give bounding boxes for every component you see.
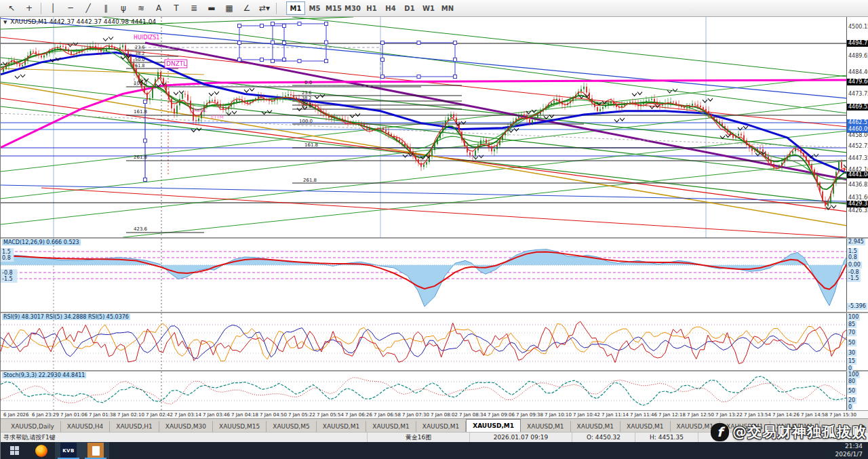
axis-value: 4429.31 <box>847 201 868 207</box>
axis-value: 4447.35 <box>848 155 868 162</box>
axis-value: 50 <box>847 340 856 346</box>
time-label: 7 Jan 05:22 <box>288 412 315 418</box>
document-app-taskbar-button[interactable] <box>82 442 109 459</box>
macd-scale[interactable]: 2.9451.50.80.00-0.8-1.5-5.396 <box>846 239 868 312</box>
cycle-lines-icon[interactable]: ≋ <box>132 1 150 16</box>
pattern-icon[interactable]: ▦ <box>220 1 238 16</box>
timeframe-button-m1[interactable]: M1 <box>286 1 305 15</box>
chart-tab-3[interactable]: XAUUSD,M30 <box>159 421 213 432</box>
svg-text:-0.8: -0.8 <box>2 270 13 276</box>
fibonacci-icon[interactable]: ≣ <box>185 1 203 16</box>
time-label: 7 Jan 14:58 <box>801 412 828 418</box>
timeframe-button-m5[interactable]: M5 <box>305 1 324 15</box>
equidistant-channel-icon[interactable]: ∥ <box>97 1 115 16</box>
chart-tab-12[interactable]: XAUUSD,M1 <box>620 421 671 432</box>
chart-tab-15[interactable]: XAUUSD,M1 <box>770 421 821 432</box>
macd-canvas[interactable]: 1.50.8-0.8-1.5 <box>1 239 846 312</box>
rsi-indicator-label: RSI(9) 48.3017 RSI(5) 34.2888 RSI(5) 45.… <box>2 314 130 320</box>
time-label: 7 Jan 01:38 <box>89 412 116 418</box>
chevron-down-icon[interactable]: ▼ <box>3 20 7 25</box>
document-icon <box>87 443 104 459</box>
axis-value: 80 <box>847 378 856 385</box>
chart-tab-8[interactable]: XAUUSD,M1 <box>416 421 467 432</box>
svg-text:MZDL: MZDL <box>193 108 207 113</box>
axis-value: 4489.65 <box>848 53 868 60</box>
rsi-canvas[interactable] <box>1 313 846 370</box>
svg-text:1.5: 1.5 <box>2 249 11 255</box>
taskbar-clock[interactable]: 21:34 2026/1/7 <box>835 443 868 458</box>
main-chart-canvas[interactable]: HUIDIZS1DNZTLMZDLETTM100.0161.8261.8423.… <box>1 17 846 237</box>
axis-value: -5.396 <box>847 303 867 310</box>
svg-text:261.8: 261.8 <box>134 155 147 160</box>
price-scale[interactable]: 4500.154494.774489.654484.404479.664473.… <box>846 17 868 237</box>
start-button[interactable] <box>1 442 28 459</box>
axis-value: 4458.00 <box>848 132 868 139</box>
timeframe-button-h4[interactable]: H4 <box>381 1 400 15</box>
text-label-icon[interactable]: T <box>167 1 185 16</box>
shapes-dropdown-icon[interactable]: ⇄▾ <box>256 1 273 16</box>
text-icon[interactable]: A <box>150 1 167 16</box>
svg-text:423.6: 423.6 <box>134 226 148 232</box>
time-label: 7 Jan 02:42 <box>146 412 173 418</box>
chart-tab-13[interactable]: XAUUSD,M1 <box>671 421 721 432</box>
chart-tab-7[interactable]: XAUUSD,M1 <box>366 421 416 432</box>
cursor-icon[interactable]: ↖ <box>3 1 20 16</box>
axis-value: 4473.75 <box>848 91 868 98</box>
chart-tab-14[interactable]: XAUUSD,M1 <box>720 421 770 432</box>
horizontal-line-icon[interactable]: ─ <box>62 1 79 16</box>
chart-tab-6[interactable]: XAUUSD,M1 <box>317 421 367 432</box>
chart-tab-9[interactable]: XAUUSD,M1 <box>466 419 521 432</box>
chart-tab-10[interactable]: XAUUSD,M1 <box>521 421 571 432</box>
toolbar: ↖+│─╱∥ψ≋AT≣▬▦∠⇄▾ M1M5M15M30H1H4D1W1MN <box>0 0 868 17</box>
svg-text:100.0: 100.0 <box>134 81 147 86</box>
stoch-canvas[interactable] <box>1 372 846 410</box>
svg-text:50.0: 50.0 <box>135 57 144 62</box>
clock-time: 21:34 <box>835 443 863 450</box>
chart-tab-2[interactable]: XAUUSD,H1 <box>110 421 159 432</box>
time-scale[interactable]: 6 Jan 20266 Jan 23:297 Jan 01:067 Jan 01… <box>1 410 868 418</box>
chart-tab-1[interactable]: XAUUSD,H4 <box>61 421 111 432</box>
andrews-pitchfork-icon[interactable]: ψ <box>115 1 132 16</box>
timeframe-button-mn[interactable]: MN <box>438 1 457 15</box>
vertical-line-icon[interactable]: │ <box>44 1 62 16</box>
axis-value: 100 <box>847 372 860 378</box>
axis-value: 4484.40 <box>848 69 868 76</box>
tabs-scroll-arrow[interactable]: ▸ <box>862 420 865 432</box>
axis-value: 4479.66 <box>847 79 868 85</box>
chart-tab-5[interactable]: XAUUSD,M5 <box>267 421 317 432</box>
status-chart-group: 黄金16图 <box>367 433 469 442</box>
browser-taskbar-button[interactable] <box>28 442 55 459</box>
stoch-scale[interactable]: 1008050200 <box>846 372 868 410</box>
timeframe-button-m15[interactable]: M15 <box>324 1 343 15</box>
kvb-app-taskbar-button[interactable]: KVB <box>55 442 82 459</box>
timeframe-button-w1[interactable]: W1 <box>419 1 438 15</box>
rectangle-icon[interactable]: ▬ <box>203 1 220 16</box>
toolbar-separator <box>276 3 277 14</box>
axis-value: -1.5 <box>847 275 861 282</box>
chart-tab-4[interactable]: XAUUSD,M15 <box>213 421 267 432</box>
open-value: 4442.37 <box>50 18 75 25</box>
high-value: 4442.37 <box>77 18 102 25</box>
close-value: 4441.04 <box>131 18 156 25</box>
axis-value: 0.8 <box>847 254 859 261</box>
status-open: O: 4450.32 <box>572 433 635 442</box>
chart-tab-0[interactable]: XAUUSD,Daily <box>5 421 61 432</box>
svg-text:100.0: 100.0 <box>299 119 313 124</box>
svg-text:HUIDIZS1: HUIDIZS1 <box>134 35 159 41</box>
timeframe-button-d1[interactable]: D1 <box>400 1 419 15</box>
time-label: 7 Jan 09:38 <box>516 412 543 418</box>
crosshair-icon[interactable]: + <box>20 1 38 16</box>
timeframe-button-h1[interactable]: H1 <box>362 1 381 15</box>
time-label: 7 Jan 02:10 <box>117 412 144 418</box>
trendline-icon[interactable]: ╱ <box>79 1 97 16</box>
macd-indicator-label: MACD(12,26,9) 0.666 0.523 <box>2 239 81 245</box>
timeframe-button-m30[interactable]: M30 <box>343 1 362 15</box>
windows-logo-icon <box>10 446 19 455</box>
trend-angle-icon[interactable]: ∠ <box>238 1 256 16</box>
time-label: 7 Jan 04:50 <box>260 412 287 418</box>
time-label: 7 Jan 13:22 <box>715 412 743 418</box>
rsi-scale[interactable]: 10085705030150 <box>846 313 868 370</box>
chart-tabs-bar: XAUUSD,DailyXAUUSD,H4XAUUSD,H1XAUUSD,M30… <box>1 418 868 432</box>
status-low-close-obscured <box>698 433 868 442</box>
chart-tab-11[interactable]: XAUUSD,M1 <box>571 421 621 432</box>
